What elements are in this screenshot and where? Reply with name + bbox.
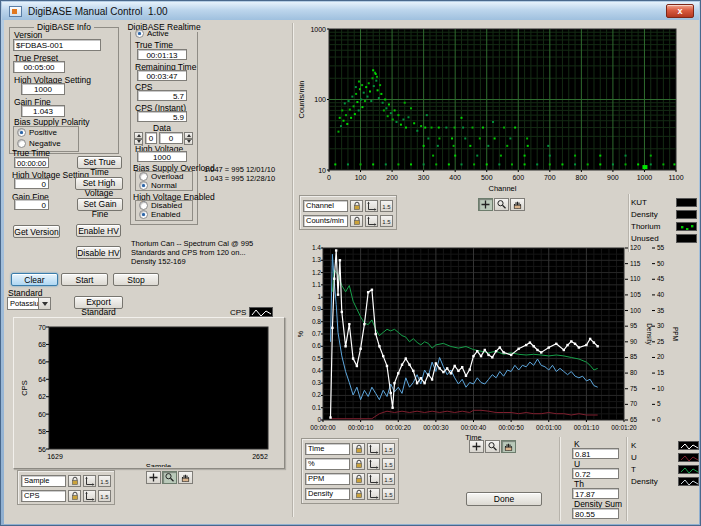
radio-enabled[interactable]: Enabled xyxy=(139,210,180,219)
legend-item[interactable]: Density xyxy=(631,208,697,220)
get-version-button[interactable]: Get Version xyxy=(13,225,60,238)
scale-lock-button[interactable] xyxy=(352,443,365,455)
legend-item[interactable]: K xyxy=(631,439,699,451)
scale-lock-button[interactable] xyxy=(68,490,81,502)
start-button[interactable]: Start xyxy=(61,273,108,286)
true-preset-field[interactable]: 00:05:00 xyxy=(13,61,65,73)
svg-text:1.5: 1.5 xyxy=(384,447,393,453)
scale-lock-button[interactable] xyxy=(350,200,363,212)
axis-label-field[interactable]: Time xyxy=(305,443,350,455)
spin-down-button[interactable] xyxy=(184,139,193,146)
axis-label-field[interactable]: Sample xyxy=(21,475,66,487)
close-button[interactable]: x xyxy=(666,4,694,18)
hv-setting-field[interactable]: 1000 xyxy=(21,83,65,95)
spectrum-chart[interactable]: 1010010000100200300400500600700800900100… xyxy=(297,23,689,197)
data-value-spinner[interactable] xyxy=(184,132,193,145)
cursor-move-button[interactable] xyxy=(469,440,484,453)
scale-format-button[interactable]: 1.5 xyxy=(382,458,395,470)
stop-button[interactable]: Stop xyxy=(113,273,159,286)
svg-text:25: 25 xyxy=(657,338,665,345)
autoscale-button[interactable] xyxy=(367,488,380,500)
done-button[interactable]: Done xyxy=(466,492,542,506)
scale-lock-button[interactable] xyxy=(68,475,81,487)
set-hv-field[interactable]: 0 xyxy=(14,178,49,189)
version-field[interactable]: $FDBAS-001 xyxy=(13,39,101,51)
svg-text:500: 500 xyxy=(481,174,493,181)
scale-format-button[interactable]: 1.5 xyxy=(380,215,393,227)
autoscale-button[interactable] xyxy=(367,458,380,470)
scale-lock-button[interactable] xyxy=(350,215,363,227)
scale-format-button[interactable]: 1.5 xyxy=(98,490,111,502)
set-true-time-field[interactable]: 00:00:00 xyxy=(14,157,49,168)
description-line3: Density 152-169 xyxy=(131,257,186,266)
svg-text:65: 65 xyxy=(630,416,638,423)
cursor-move-button[interactable] xyxy=(478,198,493,211)
axis-label-field[interactable]: Channel xyxy=(303,200,348,212)
set-true-time-button[interactable]: Set True Time xyxy=(77,156,122,169)
scale-lock-button[interactable] xyxy=(352,488,365,500)
pan-button[interactable] xyxy=(178,471,193,484)
autoscale-button[interactable] xyxy=(367,473,380,485)
legend-item[interactable]: U xyxy=(631,451,699,463)
radio-dot-icon xyxy=(139,201,148,210)
svg-text:30: 30 xyxy=(657,322,665,329)
clear-button[interactable]: Clear xyxy=(11,273,58,286)
zoom-button[interactable] xyxy=(162,471,177,484)
svg-text:115: 115 xyxy=(630,260,641,267)
radio-active[interactable]: Active xyxy=(135,29,169,38)
disable-hv-button[interactable]: Disable HV xyxy=(76,246,121,259)
trend-chart[interactable]: 00.10.20.30.40.50.60.70.80.911.11.21.31.… xyxy=(297,243,701,443)
zoom-button[interactable] xyxy=(485,440,500,453)
cursor-move-button[interactable] xyxy=(146,471,161,484)
scale-format-button[interactable]: 1.5 xyxy=(382,473,395,485)
pan-button[interactable] xyxy=(510,198,525,211)
axis-label-field[interactable]: Counts/min xyxy=(303,215,348,227)
u-result-field: 0.72 xyxy=(572,468,619,479)
dropdown-arrow-button[interactable] xyxy=(39,297,51,310)
autoscale-button[interactable] xyxy=(83,475,96,487)
radio-normal[interactable]: Normal xyxy=(139,181,177,190)
title-bar[interactable]: DigiBASE Manual Control 1.00 x xyxy=(2,2,699,20)
svg-text:55: 55 xyxy=(657,244,665,251)
legend-item[interactable]: T xyxy=(631,463,699,475)
legend-item[interactable]: KUT xyxy=(631,196,697,208)
svg-text:95: 95 xyxy=(630,322,638,329)
axis-label-field[interactable]: PPM xyxy=(305,473,350,485)
chevron-down-icon xyxy=(42,302,48,306)
legend-label: T xyxy=(631,465,674,474)
legend-item[interactable]: Density xyxy=(631,475,699,487)
scale-format-button[interactable]: 1.5 xyxy=(98,475,111,487)
radio-overload[interactable]: Overload xyxy=(139,172,183,181)
scale-lock-button[interactable] xyxy=(352,458,365,470)
cps-chart[interactable]: 565860626466687016292652SampleCPS xyxy=(15,319,283,467)
set-gain-fine-button[interactable]: Set Gain Fine xyxy=(77,198,123,211)
autoscale-button[interactable] xyxy=(365,215,378,227)
radio-negative[interactable]: Negative xyxy=(17,139,61,148)
radio-positive[interactable]: Positive xyxy=(17,128,57,137)
pan-button[interactable] xyxy=(501,440,516,453)
standard-dropdown[interactable]: Potassium xyxy=(7,297,51,310)
export-standard-button[interactable]: Export Standard xyxy=(74,296,123,309)
scale-format-button[interactable]: 1.5 xyxy=(382,488,395,500)
application-window: DigiBASE Manual Control 1.00 x DigiBASE … xyxy=(0,0,701,526)
gain-fine-field[interactable]: 1.043 xyxy=(21,105,65,117)
cps-scale-rows: Sample1.5CPS1.5 xyxy=(17,470,115,505)
zoom-button[interactable] xyxy=(494,198,509,211)
scale-format-button[interactable]: 1.5 xyxy=(380,200,393,212)
set-gain-field[interactable]: 0 xyxy=(14,199,49,210)
autoscale-button[interactable] xyxy=(367,443,380,455)
axis-label-field[interactable]: CPS xyxy=(21,490,66,502)
data-value-field[interactable]: 0 xyxy=(159,132,183,144)
set-high-voltage-button[interactable]: Set High Voltage xyxy=(75,177,123,190)
scale-lock-button[interactable] xyxy=(352,473,365,485)
legend-item[interactable]: Thorium xyxy=(631,220,697,232)
axis-label-field[interactable]: % xyxy=(305,458,350,470)
axis-label-field[interactable]: Density xyxy=(305,488,350,500)
autoscale-button[interactable] xyxy=(365,200,378,212)
svg-text:50: 50 xyxy=(657,260,665,267)
radio-disabled[interactable]: Disabled xyxy=(139,201,182,210)
autoscale-button[interactable] xyxy=(83,490,96,502)
enable-hv-button[interactable]: Enable HV xyxy=(76,224,121,237)
scale-format-button[interactable]: 1.5 xyxy=(382,443,395,455)
data-index-field[interactable]: 0 xyxy=(145,132,157,144)
